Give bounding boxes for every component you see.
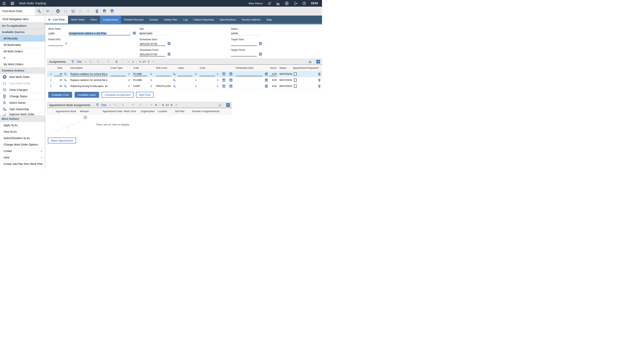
download-button[interactable]	[218, 103, 222, 107]
query-x[interactable]: X	[0, 54, 45, 61]
minimize-table-button[interactable]	[316, 60, 320, 64]
tab-plans[interactable]: Plans	[88, 16, 100, 24]
action-take-ownership[interactable]: Take Ownership	[0, 106, 45, 112]
labor-detail-button[interactable]	[194, 79, 197, 82]
select-task-button[interactable]	[64, 84, 67, 88]
select-date-button[interactable]	[264, 72, 268, 76]
profile-button[interactable]	[285, 1, 289, 5]
target-finish-field[interactable]	[231, 52, 257, 56]
labor-field[interactable]	[178, 72, 192, 76]
action-approve-work-order[interactable]: Approve Work Order	[0, 112, 45, 116]
reports-button[interactable]	[95, 9, 99, 13]
tab-assignments[interactable]: Assignments	[100, 16, 121, 24]
schedule-labor-button[interactable]	[222, 78, 226, 82]
parent-wo-field[interactable]	[48, 42, 63, 46]
parent-wo-detail-button[interactable]	[65, 42, 68, 45]
row-expand-button[interactable]	[50, 73, 52, 76]
action-create-submenu[interactable]: Create	[0, 148, 45, 154]
tab-log[interactable]: Log	[180, 16, 191, 24]
appointment-required-checkbox[interactable]	[294, 84, 296, 88]
query-all-records[interactable]: All Records	[0, 35, 45, 42]
new-record-button[interactable]	[56, 9, 60, 13]
help-button[interactable]	[302, 2, 306, 5]
tab-service-address[interactable]: Service Address	[239, 16, 264, 24]
new-row-button[interactable]: New Row	[136, 92, 154, 98]
query-all-bookmarks[interactable]: All Bookmarks	[0, 42, 45, 48]
craft-detail-button[interactable]	[150, 85, 152, 88]
sign-out-button[interactable]	[294, 2, 298, 5]
find-work-order-input[interactable]	[0, 7, 35, 16]
action-apply-slas[interactable]: Apply SLAs	[0, 122, 45, 128]
schedule-labor-button[interactable]	[222, 72, 226, 76]
action-view-slas[interactable]: View SLAs	[0, 128, 45, 135]
action-clear-changes[interactable]: Clear Changes	[0, 86, 45, 93]
schedule-crew-button[interactable]	[229, 72, 233, 76]
delete-row-button[interactable]	[318, 84, 321, 88]
craft-detail-button[interactable]	[150, 73, 152, 76]
scheduled-finish-field[interactable]: 16/12/20 07:00	[140, 52, 165, 56]
filter-link[interactable]: Filter	[101, 104, 107, 106]
task-field[interactable]: 10	[54, 72, 62, 76]
target-finish-calendar-button[interactable]	[259, 52, 262, 56]
list-view-button[interactable]: List View	[45, 16, 68, 24]
craft-field[interactable]: PLUMB	[133, 72, 147, 76]
action-new-work-order[interactable]: New Work Order	[0, 74, 45, 80]
user-name[interactable]: Mike Wilson	[248, 2, 263, 5]
reports-kpi-button[interactable]	[276, 2, 280, 5]
schedule-crew-button[interactable]	[229, 78, 233, 82]
skill-level-field[interactable]	[156, 72, 171, 76]
delete-row-button[interactable]	[318, 78, 321, 82]
tab-work-order[interactable]: Work Order	[68, 16, 88, 24]
action-view-submenu[interactable]: View	[0, 154, 45, 160]
tab-specifications[interactable]: Specifications	[217, 16, 239, 24]
print-button[interactable]	[102, 9, 106, 13]
tab-safety-plan[interactable]: Safety Plan	[161, 16, 180, 24]
labor-detail-button[interactable]	[194, 73, 197, 76]
select-skill-button[interactable]	[173, 84, 176, 88]
filter-link[interactable]: Filter	[76, 60, 82, 63]
filter-button[interactable]	[96, 103, 99, 107]
query-my-work-orders[interactable]: My Work Orders	[0, 61, 45, 68]
schedule-labor-button[interactable]	[222, 84, 226, 88]
action-change-work-order-options[interactable]: Change Work Order Options	[0, 141, 45, 148]
filter-button[interactable]	[71, 60, 74, 63]
scheduled-start-calendar-button[interactable]	[167, 42, 171, 45]
select-date-button[interactable]	[264, 84, 268, 88]
action-select-deselect-slas[interactable]: Select/Deselect SLAs	[0, 135, 45, 141]
description-field[interactable]: Replace radiators for vertical flat pane…	[70, 72, 108, 76]
advanced-search-button[interactable]	[44, 7, 52, 16]
crew-type-field[interactable]	[110, 72, 126, 76]
available-labor-button[interactable]: Available Labor	[75, 92, 99, 98]
scheduled-finish-calendar-button[interactable]	[167, 52, 171, 56]
action-select-owner[interactable]: Select Owner	[0, 100, 45, 106]
select-date-button[interactable]	[264, 78, 268, 82]
appointment-required-checkbox[interactable]	[294, 78, 296, 82]
crew-type-detail-button[interactable]	[128, 79, 130, 82]
menu-button[interactable]	[8, 0, 16, 7]
select-skill-button[interactable]	[173, 72, 176, 76]
tab-actuals[interactable]: Actuals	[146, 16, 161, 24]
download-button[interactable]	[308, 60, 312, 63]
find-navigation-input[interactable]	[0, 16, 45, 23]
row-expand-button[interactable]	[50, 85, 52, 88]
next-row-button[interactable]	[115, 60, 118, 63]
appointment-required-checkbox[interactable]	[294, 72, 296, 76]
select-task-button[interactable]	[64, 78, 67, 82]
announcements-button[interactable]	[268, 2, 272, 5]
craft-detail-button[interactable]	[150, 79, 152, 82]
long-description-button[interactable]	[133, 32, 136, 35]
crew-type-detail-button[interactable]	[128, 85, 130, 88]
tab-related-records[interactable]: Related Records	[121, 16, 146, 24]
scheduled-start-field[interactable]	[236, 72, 262, 76]
assignment-row[interactable]: 20 Replacing boxing to hide pipes, and a…	[47, 83, 322, 89]
make-appointment-button[interactable]: Make Appointment	[48, 138, 76, 144]
available-crew-button[interactable]: Available Crew	[48, 92, 72, 98]
home-button[interactable]	[0, 0, 8, 7]
select-task-button[interactable]	[64, 72, 67, 76]
schedule-crew-button[interactable]	[229, 84, 233, 88]
row-expand-button[interactable]	[50, 79, 52, 82]
tab-failure-reporting[interactable]: Failure Reporting	[190, 16, 217, 24]
go-to-applications-header[interactable]: Go To Applications	[0, 23, 45, 29]
query-all-work-orders[interactable]: All Work Orders	[0, 48, 45, 54]
crew-detail-button[interactable]	[216, 79, 219, 82]
